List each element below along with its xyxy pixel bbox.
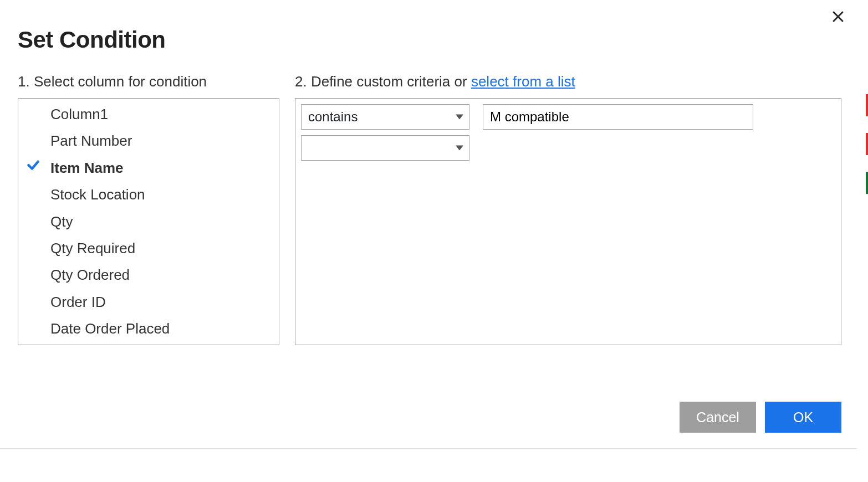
column-option-label: Date Order Placed [50,320,170,337]
column-option[interactable]: Qty [18,208,279,235]
edge-indicator [866,133,868,155]
select-from-list-link[interactable]: select from a list [471,73,575,90]
column-option[interactable]: Qty Ordered [18,261,279,288]
operator-dropdown-value: contains [308,109,358,125]
column-option[interactable]: Part Number [18,127,279,154]
column-option[interactable]: Order ID [18,289,279,315]
edge-indicator [866,172,868,194]
caret-down-icon [456,115,463,120]
criteria-box: contains [295,98,841,345]
column-option[interactable]: Expected Delivery Date [18,342,279,345]
caret-down-icon [456,146,463,151]
set-condition-dialog: Set Condition 1. Select column for condi… [0,0,857,449]
column-listbox[interactable]: Column1Part NumberItem NameStock Locatio… [18,98,279,345]
column-option-label: Item Name [50,160,124,176]
column-option[interactable]: Stock Location [18,181,279,208]
criteria-value-input[interactable] [483,104,753,130]
cancel-button[interactable]: Cancel [680,402,756,433]
column-option[interactable]: Column1 [18,101,279,127]
edge-decorations [866,94,868,194]
column-option-label: Qty Ordered [50,266,130,283]
column-option-label: Part Number [50,132,132,149]
column-option[interactable]: Item Name [18,155,279,181]
select-column-pane: 1. Select column for condition Column1Pa… [18,73,279,345]
ok-button[interactable]: OK [765,402,841,433]
define-criteria-heading-text: 2. Define custom criteria or [295,73,471,90]
dialog-footer: Cancel OK [680,402,841,433]
column-option[interactable]: Date Order Placed [18,315,279,342]
checkmark-icon [26,157,40,177]
column-option-label: Column1 [50,106,108,122]
column-option-label: Qty [50,213,73,230]
define-criteria-pane: 2. Define custom criteria or select from… [295,73,841,345]
select-column-heading: 1. Select column for condition [18,73,279,90]
close-icon [831,10,845,23]
close-button[interactable] [831,10,845,23]
column-option-label: Stock Location [50,186,145,203]
operator-dropdown[interactable]: contains [301,104,469,130]
extra-operator-dropdown[interactable] [301,135,469,161]
column-option-label: Order ID [50,294,106,310]
column-option-label: Qty Required [50,240,135,257]
define-criteria-heading: 2. Define custom criteria or select from… [295,73,841,90]
edge-indicator [866,94,868,116]
dialog-title: Set Condition [18,27,841,53]
column-option[interactable]: Qty Required [18,235,279,261]
